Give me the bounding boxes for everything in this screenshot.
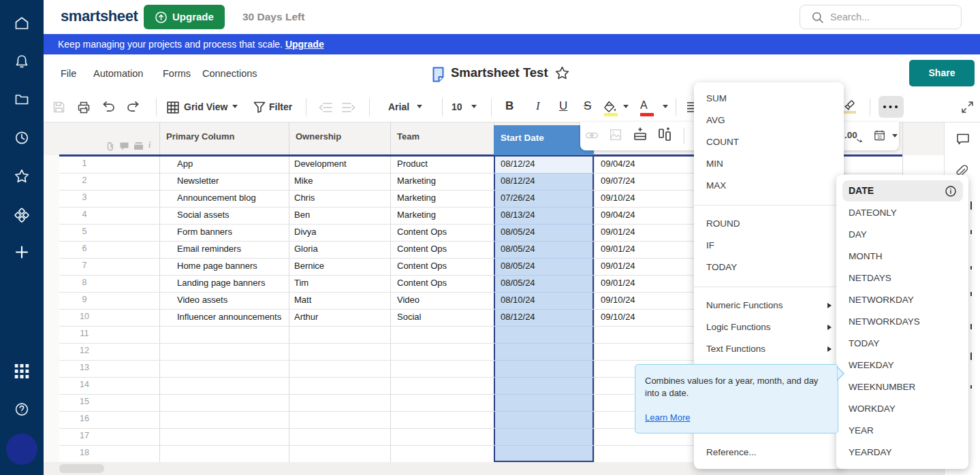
- svg-text:31: 31: [877, 135, 883, 140]
